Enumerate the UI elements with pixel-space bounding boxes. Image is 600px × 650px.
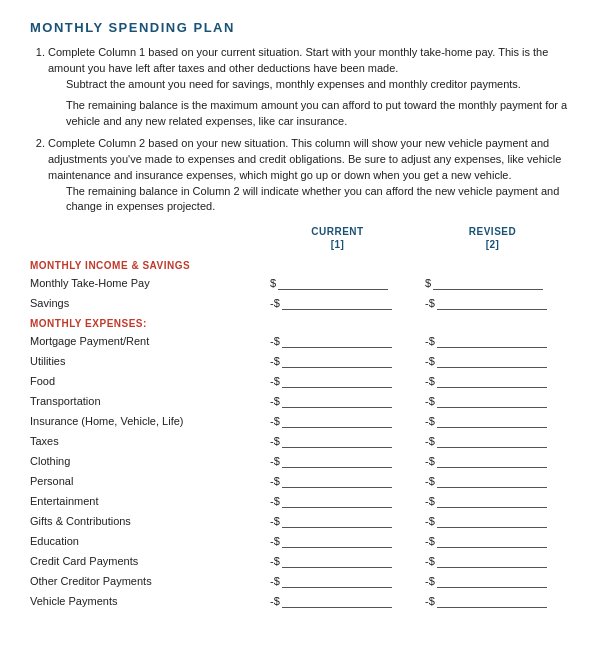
current-input-cell: -$ — [260, 454, 415, 468]
current-input[interactable] — [282, 454, 392, 468]
current-input-cell: -$ — [260, 354, 415, 368]
current-input[interactable] — [282, 514, 392, 528]
revised-input-cell: -$ — [415, 454, 570, 468]
current-input[interactable] — [282, 434, 392, 448]
current-input-cell: -$ — [260, 434, 415, 448]
current-dollar-sign: -$ — [270, 515, 280, 527]
current-input[interactable] — [282, 334, 392, 348]
current-dollar-sign: -$ — [270, 575, 280, 587]
revised-input[interactable] — [437, 554, 547, 568]
table-row: Education-$-$ — [30, 531, 570, 551]
revised-input[interactable] — [437, 394, 547, 408]
current-dollar-sign: -$ — [270, 495, 280, 507]
instruction-1-sub2: The remaining balance is the maximum amo… — [66, 98, 570, 130]
current-input[interactable] — [282, 394, 392, 408]
row-label: Food — [30, 375, 260, 387]
current-dollar-sign: -$ — [270, 355, 280, 367]
current-input[interactable] — [282, 494, 392, 508]
row-label: Monthly Take-Home Pay — [30, 277, 260, 289]
revised-input-cell: -$ — [415, 296, 570, 310]
revised-input[interactable] — [437, 514, 547, 528]
table-row: Food-$-$ — [30, 371, 570, 391]
revised-input[interactable] — [437, 574, 547, 588]
revised-dollar-sign: -$ — [425, 415, 435, 427]
revised-dollar-sign: -$ — [425, 395, 435, 407]
current-input[interactable] — [282, 414, 392, 428]
row-label: Credit Card Payments — [30, 555, 260, 567]
revised-input[interactable] — [437, 474, 547, 488]
revised-input-cell: -$ — [415, 354, 570, 368]
table-row: Other Creditor Payments-$-$ — [30, 571, 570, 591]
revised-input[interactable] — [437, 494, 547, 508]
revised-input-cell: -$ — [415, 574, 570, 588]
current-input-cell: -$ — [260, 334, 415, 348]
revised-input[interactable] — [433, 276, 543, 290]
current-input-cell: -$ — [260, 534, 415, 548]
revised-dollar-sign: -$ — [425, 555, 435, 567]
revised-dollar-sign: -$ — [425, 575, 435, 587]
current-input-cell: -$ — [260, 296, 415, 310]
revised-input[interactable] — [437, 334, 547, 348]
revised-input[interactable] — [437, 374, 547, 388]
current-input[interactable] — [282, 574, 392, 588]
current-input[interactable] — [282, 554, 392, 568]
table-row: Vehicle Payments-$-$ — [30, 591, 570, 611]
revised-dollar-sign: -$ — [425, 515, 435, 527]
revised-input[interactable] — [437, 594, 547, 608]
revised-input[interactable] — [437, 534, 547, 548]
instruction-2: Complete Column 2 based on your new situ… — [48, 136, 570, 216]
current-input-cell: -$ — [260, 474, 415, 488]
current-input-cell: -$ — [260, 574, 415, 588]
section-header: Monthly Expenses: — [30, 313, 570, 331]
current-dollar-sign: -$ — [270, 375, 280, 387]
revised-input-cell: -$ — [415, 554, 570, 568]
page-title: Monthly Spending Plan — [30, 20, 570, 35]
section-header: Monthly Income & Savings — [30, 255, 570, 273]
row-label: Education — [30, 535, 260, 547]
revised-input[interactable] — [437, 434, 547, 448]
current-input[interactable] — [282, 296, 392, 310]
spending-table: Current [1] Revised [2] Monthly Income &… — [30, 225, 570, 611]
row-label: Insurance (Home, Vehicle, Life) — [30, 415, 260, 427]
current-input[interactable] — [282, 534, 392, 548]
current-input[interactable] — [282, 594, 392, 608]
table-row: Taxes-$-$ — [30, 431, 570, 451]
current-dollar-sign: -$ — [270, 595, 280, 607]
current-input[interactable] — [282, 354, 392, 368]
table-row: Clothing-$-$ — [30, 451, 570, 471]
row-label: Savings — [30, 297, 260, 309]
revised-dollar-sign: -$ — [425, 455, 435, 467]
row-label: Personal — [30, 475, 260, 487]
current-dollar-sign: -$ — [270, 455, 280, 467]
current-input[interactable] — [282, 374, 392, 388]
table-row: Entertainment-$-$ — [30, 491, 570, 511]
current-dollar-sign: -$ — [270, 535, 280, 547]
current-dollar-sign: -$ — [270, 297, 280, 309]
current-dollar-sign: -$ — [270, 335, 280, 347]
revised-input-cell: $ — [415, 276, 570, 290]
row-label: Transportation — [30, 395, 260, 407]
revised-dollar-sign: -$ — [425, 595, 435, 607]
revised-dollar-sign: -$ — [425, 297, 435, 309]
revised-input[interactable] — [437, 454, 547, 468]
table-row: Utilities-$-$ — [30, 351, 570, 371]
revised-input[interactable] — [437, 296, 547, 310]
current-input[interactable] — [282, 474, 392, 488]
current-input-cell: -$ — [260, 494, 415, 508]
row-label: Other Creditor Payments — [30, 575, 260, 587]
row-label: Entertainment — [30, 495, 260, 507]
revised-input[interactable] — [437, 354, 547, 368]
row-label: Clothing — [30, 455, 260, 467]
current-input[interactable] — [278, 276, 388, 290]
table-row: Monthly Take-Home Pay$$ — [30, 273, 570, 293]
revised-dollar-sign: -$ — [425, 495, 435, 507]
revised-dollar-sign: -$ — [425, 435, 435, 447]
current-input-cell: $ — [260, 276, 415, 290]
revised-column-header: Revised [2] — [415, 225, 570, 251]
current-input-cell: -$ — [260, 594, 415, 608]
revised-dollar-sign: -$ — [425, 535, 435, 547]
table-body: Monthly Income & SavingsMonthly Take-Hom… — [30, 255, 570, 611]
revised-input[interactable] — [437, 414, 547, 428]
row-label: Taxes — [30, 435, 260, 447]
revised-input-cell: -$ — [415, 594, 570, 608]
